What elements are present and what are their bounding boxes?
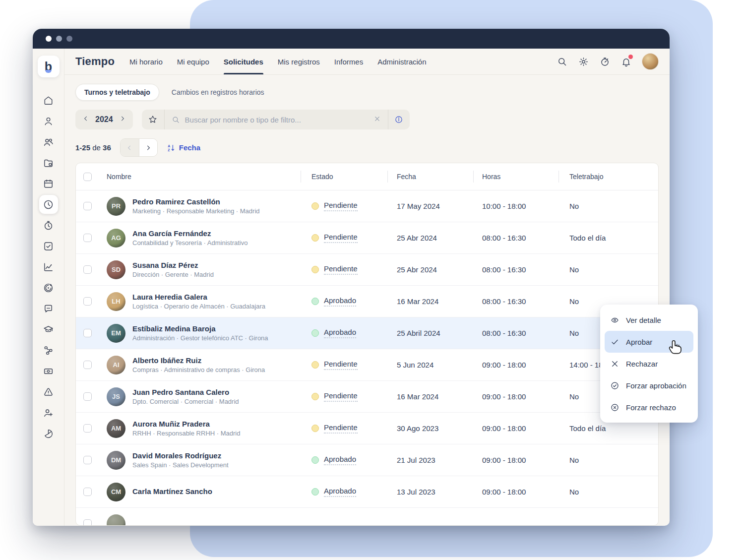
bell-icon[interactable] (620, 56, 631, 67)
column-header-estado[interactable]: Estado (301, 173, 387, 181)
table-row[interactable]: EMEstíbaliz Medina BarojaAdministración … (76, 317, 658, 349)
sidebar-item-users-icon[interactable] (39, 132, 59, 152)
table-row[interactable] (76, 508, 658, 526)
table-header: Nombre Estado Fecha Horas Teletrabajo (76, 163, 658, 190)
table-row[interactable]: CMCarla Martínez SanchoAprobado13 Jul 20… (76, 476, 658, 508)
sidebar-item-home-icon[interactable] (39, 90, 59, 110)
status-label[interactable]: Aprobado (324, 328, 356, 338)
sidebar-item-clock-icon[interactable] (39, 194, 59, 214)
sidebar-item-calendar-icon[interactable] (39, 174, 59, 193)
row-checkbox[interactable] (83, 488, 92, 496)
column-header-fecha[interactable]: Fecha (387, 173, 473, 181)
timer-icon[interactable] (599, 56, 610, 67)
table-row[interactable]: DMDavid Morales RodríguezSales Spain · S… (76, 444, 658, 476)
status-label[interactable]: Pendiente (324, 264, 358, 275)
status-label[interactable]: Pendiente (324, 201, 358, 211)
tab-mis-registros[interactable]: Mis registros (278, 49, 320, 74)
year-prev-button[interactable] (82, 115, 89, 124)
menu-item-ver-detalle[interactable]: Ver detalle (605, 309, 693, 331)
status-label[interactable]: Aprobado (324, 487, 356, 497)
status-label[interactable]: Aprobado (324, 296, 356, 307)
sidebar-item-target-icon[interactable] (39, 278, 59, 298)
row-checkbox[interactable] (83, 265, 92, 274)
sidebar-item-user-icon[interactable] (39, 111, 59, 131)
x-circle-icon (610, 403, 620, 412)
sidebar-item-chart-icon[interactable] (39, 257, 59, 277)
row-checkbox[interactable] (83, 234, 92, 242)
sidebar-item-money-icon[interactable] (39, 361, 59, 381)
sort-label: Fecha (179, 143, 200, 152)
mouse-cursor (668, 337, 685, 355)
subtab-cambios-en-registros-horarios[interactable]: Cambios en registros horarios (163, 84, 273, 100)
year-next-button[interactable] (119, 115, 126, 124)
table-row[interactable]: LHLaura Heredia GaleraLogística · Operar… (76, 286, 658, 317)
table-row[interactable]: AMAurora Muñiz PraderaRRHH · Responsable… (76, 413, 658, 444)
status-label[interactable]: Pendiente (324, 391, 358, 402)
status-label[interactable]: Pendiente (324, 423, 358, 434)
clear-search-icon[interactable] (373, 115, 381, 124)
tab-administración[interactable]: Administración (377, 49, 426, 74)
request-date: 25 Abr 2024 (397, 234, 437, 242)
employee-name: Carla Martínez Sancho (132, 487, 212, 497)
request-hours: 09:00 - 18:00 (482, 361, 526, 369)
row-checkbox[interactable] (83, 456, 92, 464)
status-label[interactable]: Pendiente (324, 233, 358, 243)
menu-item-rechazar[interactable]: Rechazar (605, 353, 693, 374)
next-page-button[interactable] (139, 139, 157, 156)
table-row[interactable]: SDSusana Díaz PérezDirección · Gerente ·… (76, 254, 658, 286)
table-row[interactable]: JSJuan Pedro Santana CaleroDpto. Comerci… (76, 381, 658, 413)
sidebar-item-chat-icon[interactable] (39, 299, 59, 318)
favorite-filter-button[interactable] (142, 110, 165, 129)
row-checkbox[interactable] (83, 361, 92, 369)
tab-mi-equipo[interactable]: Mi equipo (177, 49, 209, 74)
search-icon[interactable] (557, 56, 567, 67)
menu-item-forzar-aprobación[interactable]: Forzar aprobación (605, 374, 693, 396)
table-row[interactable]: AIAlberto Ibáñez RuizCompras · Administr… (76, 349, 658, 381)
status-label[interactable]: Aprobado (324, 455, 356, 465)
sidebar-item-user-plus-icon[interactable] (39, 403, 59, 423)
row-checkbox[interactable] (83, 202, 92, 210)
traffic-light-zoom[interactable] (66, 36, 72, 42)
sidebar-item-check-square-icon[interactable] (39, 236, 59, 256)
row-checkbox[interactable] (83, 519, 92, 526)
status-label[interactable]: Pendiente (324, 360, 358, 370)
sidebar-item-graduation-icon[interactable] (39, 319, 59, 339)
row-checkbox[interactable] (83, 392, 92, 401)
tab-solicitudes[interactable]: Solicitudes (224, 49, 263, 74)
sidebar-item-flow-icon[interactable] (39, 340, 59, 360)
column-header-horas[interactable]: Horas (473, 173, 558, 181)
app-logo[interactable]: b (38, 56, 60, 77)
user-avatar[interactable] (642, 53, 659, 70)
sidebar-item-folder-icon[interactable] (39, 153, 59, 173)
table-row[interactable]: PRPedro Ramirez CastellónMarketing · Res… (76, 190, 658, 222)
search-input[interactable] (185, 116, 369, 124)
sidebar: b (33, 49, 64, 526)
column-header-nombre[interactable]: Nombre (99, 173, 301, 181)
traffic-light-close[interactable] (46, 36, 52, 42)
row-checkbox[interactable] (83, 329, 92, 337)
sort-control[interactable]: A Z Fecha (167, 143, 200, 152)
row-checkbox[interactable] (83, 297, 92, 306)
sidebar-item-stopwatch-icon[interactable] (39, 215, 59, 235)
status-dot (311, 329, 319, 337)
request-date: 25 Abril 2024 (397, 329, 440, 337)
module-header: Tiempo Mi horarioMi equipoSolicitudesMis… (64, 49, 670, 75)
select-all-checkbox[interactable] (83, 173, 92, 181)
table-row[interactable]: AGAna García FernándezContabilidad y Tes… (76, 222, 658, 254)
traffic-light-minimize[interactable] (56, 36, 62, 42)
sidebar-item-warning-icon[interactable] (39, 382, 59, 402)
sidebar-item-pie-icon[interactable] (39, 424, 59, 443)
avatar: PR (107, 197, 125, 216)
gear-icon[interactable] (578, 56, 589, 67)
prev-page-button[interactable] (121, 139, 139, 156)
column-header-teletrabajo[interactable]: Teletrabajo (558, 173, 658, 181)
subtab-turnos-y-teletrabajo[interactable]: Turnos y teletrabajo (75, 84, 159, 101)
menu-item-label: Ver detalle (626, 316, 661, 324)
page-title: Tiempo (75, 55, 115, 68)
menu-item-forzar-rechazo[interactable]: Forzar rechazo (605, 396, 693, 418)
employee-meta: Dpto. Comercial · Comercial · Madrid (132, 398, 239, 405)
row-checkbox[interactable] (83, 424, 92, 433)
info-icon[interactable] (388, 110, 410, 129)
tab-mi-horario[interactable]: Mi horario (129, 49, 163, 74)
tab-informes[interactable]: Informes (334, 49, 363, 74)
